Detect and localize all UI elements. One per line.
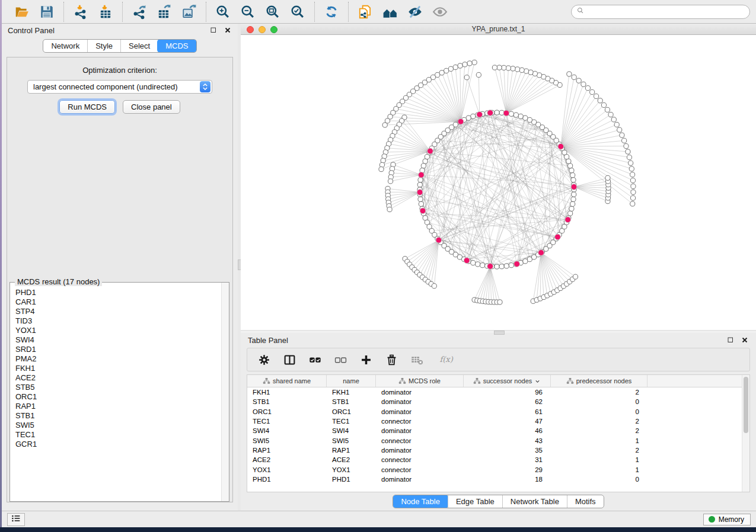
table-row[interactable]: SWI5SWI5connector431	[247, 435, 749, 445]
hide-selected-icon	[407, 4, 423, 20]
clone-network-icon	[358, 4, 373, 20]
run-mcds-button[interactable]: Run MCDS	[59, 100, 115, 114]
cell-successor_nodes: 31	[464, 456, 551, 463]
zoom-selected-button[interactable]	[289, 3, 307, 21]
import-network-button[interactable]	[72, 3, 90, 21]
export-image-button[interactable]	[180, 3, 198, 21]
select-all-button[interactable]	[308, 352, 322, 367]
column-label: shared name	[273, 377, 311, 384]
open-folder-button[interactable]	[13, 3, 31, 21]
column-header-name[interactable]: name	[327, 375, 376, 387]
float-table-panel-icon[interactable]	[726, 336, 735, 344]
function-builder-button[interactable]: f(x)	[435, 352, 449, 367]
column-header-MCDS-role[interactable]: MCDS role	[376, 375, 464, 387]
float-panel-icon[interactable]	[209, 26, 218, 34]
mcds-result-list[interactable]: PHD1CAR1STP4TID3YOX1SWI4SRD1PMA2FKH1ACE2…	[10, 283, 221, 501]
search-input[interactable]	[587, 8, 745, 16]
export-image-icon	[181, 4, 197, 20]
network-window-title: YPA_prune.txt_1	[472, 25, 525, 33]
cell-name: ACE2	[327, 456, 376, 463]
search-box[interactable]	[571, 5, 750, 19]
table-row[interactable]: PHD1PHD1dominator180	[247, 475, 749, 484]
zoom-window-icon[interactable]	[270, 26, 277, 33]
zoom-in-icon	[215, 4, 231, 20]
table-row[interactable]: ORC1ORC1dominator610	[247, 407, 749, 416]
import-table-button[interactable]	[97, 3, 114, 21]
cell-shared_name: ORC1	[247, 408, 327, 415]
show-all-button[interactable]	[431, 3, 449, 21]
tab-style[interactable]: Style	[87, 40, 120, 52]
cell-mcds_role: connector	[376, 418, 464, 425]
table-splitter[interactable]	[241, 330, 756, 333]
toolbar-group	[5, 2, 63, 22]
zoom-selected-icon	[290, 4, 305, 20]
memory-button[interactable]: Memory	[703, 514, 751, 525]
first-neighbors-button[interactable]	[381, 3, 399, 21]
tab-network[interactable]: Network	[43, 40, 87, 52]
control-panel-tabs: NetworkStyleSelectMCDS	[43, 39, 196, 53]
export-network-icon	[132, 4, 147, 20]
namespace-icon	[566, 377, 574, 385]
split-view-button[interactable]	[282, 352, 296, 367]
table-row[interactable]: STB1STB1dominator620	[247, 397, 749, 406]
cell-successor_nodes: 35	[464, 447, 551, 454]
close-window-icon[interactable]	[247, 26, 254, 33]
list-icon	[11, 514, 21, 525]
tab-edge-table[interactable]: Edge Table	[448, 495, 502, 508]
refresh-button[interactable]	[323, 3, 340, 21]
gear-button[interactable]	[257, 352, 271, 367]
save-button[interactable]	[38, 3, 56, 21]
mcds-result-item: STB1	[15, 411, 220, 421]
tab-network-table[interactable]: Network Table	[502, 495, 567, 508]
result-scrollbar[interactable]	[221, 283, 229, 501]
export-table-button[interactable]	[155, 3, 173, 21]
tab-motifs[interactable]: Motifs	[567, 495, 604, 508]
close-panel-icon[interactable]	[224, 26, 232, 34]
cell-shared_name: SWI4	[247, 427, 327, 434]
toolbar-group	[206, 2, 314, 22]
table-row[interactable]: RAP1RAP1dominator352	[247, 446, 749, 455]
task-history-button[interactable]	[7, 513, 25, 526]
cell-mcds_role: dominator	[376, 398, 464, 405]
column-header-shared-name[interactable]: shared name	[247, 375, 327, 387]
column-header-predecessor-nodes[interactable]: predecessor nodes	[551, 375, 647, 387]
table-row[interactable]: SWI4SWI4dominator462	[247, 426, 749, 435]
network-view-canvas[interactable]	[241, 35, 756, 330]
add-column-button[interactable]	[359, 352, 373, 367]
network-window-titlebar[interactable]: YPA_prune.txt_1	[241, 24, 756, 35]
table-row[interactable]: YOX1YOX1connector291	[247, 464, 749, 474]
tab-mcds[interactable]: MCDS	[157, 39, 196, 53]
gear-icon	[258, 354, 270, 366]
close-panel-button[interactable]: Close panel	[123, 100, 180, 114]
minimize-window-icon[interactable]	[259, 26, 266, 33]
mcds-result-box: MCDS result (17 nodes) PHD1CAR1STP4TID3Y…	[9, 282, 229, 502]
table-row[interactable]: TEC1TEC1connector472	[247, 416, 749, 426]
table-row[interactable]: FKH1FKH1dominator962	[247, 387, 749, 397]
zoom-out-button[interactable]	[239, 3, 257, 21]
hide-selected-button[interactable]	[406, 3, 424, 21]
namespace-icon	[398, 377, 406, 385]
mcds-result-item: STB5	[15, 383, 220, 392]
cell-predecessor_nodes: 0	[551, 398, 647, 405]
cell-name: TEC1	[327, 418, 376, 425]
cell-predecessor_nodes: 1	[551, 437, 647, 444]
close-table-panel-icon[interactable]	[741, 336, 749, 344]
deselect-all-button[interactable]	[333, 352, 347, 367]
column-header-successor-nodes[interactable]: successor nodes	[464, 375, 551, 387]
table-scrollbar[interactable]	[742, 375, 749, 492]
delete-table-button[interactable]	[410, 352, 424, 367]
cell-predecessor_nodes: 2	[551, 418, 647, 425]
table-scrollbar-thumb[interactable]	[744, 377, 748, 433]
clone-network-button[interactable]	[356, 3, 374, 21]
tab-node-table[interactable]: Node Table	[393, 495, 448, 508]
zoom-in-button[interactable]	[214, 3, 232, 21]
table-row[interactable]: ACE2ACE2connector311	[247, 455, 749, 464]
cell-predecessor_nodes: 0	[551, 408, 647, 415]
tab-select[interactable]: Select	[120, 40, 158, 52]
export-network-button[interactable]	[130, 3, 148, 21]
mcds-tab-content: Optimization criterion: largest connecte…	[7, 57, 233, 502]
control-panel: Control Panel NetworkStyleSelectMCDS Opt…	[2, 24, 238, 511]
delete-column-button[interactable]	[384, 352, 398, 367]
criterion-select[interactable]: largest connected component (undirected)	[27, 80, 212, 94]
zoom-fit-button[interactable]	[264, 3, 282, 21]
